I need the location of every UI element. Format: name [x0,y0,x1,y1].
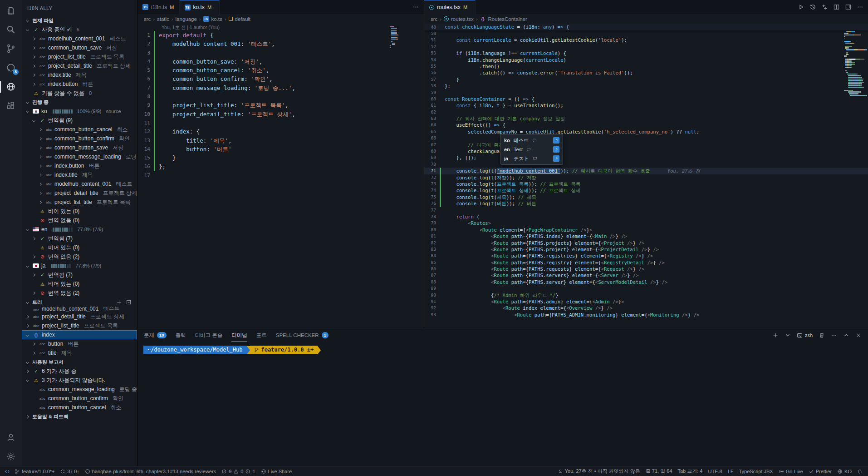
code-line-54[interactable]: 54 i18n.changeLanguage(currentLocale) [424,57,868,63]
code-line-60[interactable]: 60const RoutesContainer = () => { [424,96,868,102]
code-line-2[interactable]: 2 modelhub_content_001: '테스트', [137,40,424,48]
code-line-86[interactable]: 86 <Route path={PATHS.requests} element=… [424,266,868,272]
tree-item-번역됨 (7)[interactable]: ✓번역됨 (7) [22,270,137,279]
code-line-78[interactable]: 78 return ( [424,213,868,220]
panel-tab-SPELL CHECKER[interactable]: SPELL CHECKER1 [276,328,329,342]
code-line-15[interactable]: 15 } [137,154,424,162]
status-indentation[interactable]: Tab 크기: 4 [675,466,705,476]
code-editor-ko-ts[interactable]: You, 1초 전 | 1 author (You) 1export defau… [137,24,424,328]
status-eol[interactable]: LF [725,466,736,476]
tree-item-project_list_title[interactable]: abcproject_list_title프로젝트 목록 [22,321,137,330]
tree-item-ja[interactable]: ja77.8% (7/9) [22,261,137,270]
tree-item-modelhub_content_001[interactable]: abcmodelhub_content_001테스트 [22,34,137,43]
breadcrumb-ko.ts[interactable]: ko.ts [211,16,222,22]
tree-item-비어 있는 (0)[interactable]: ⚠비어 있는 (0) [22,207,137,216]
tree-item-번역됨 (7)[interactable]: ✓번역됨 (7) [22,234,137,243]
code-line-13[interactable]: 13 title: '제목', [137,136,424,145]
code-line-81[interactable]: 81 <Route path={PATHS.index} element={<M… [424,233,868,239]
code-line-50[interactable]: 50 [424,30,868,37]
tree-item-project_list_title[interactable]: abcproject_list_title프로젝트 목록 [22,198,137,207]
panel-tab-출력[interactable]: 출력 [176,328,186,342]
activity-item-extensions[interactable] [0,96,22,115]
code-line-76[interactable]: 76 console.log(t(버튼)); // 버튼 [424,200,868,207]
code-line-87[interactable]: 87 <Route path={PATHS.servers} element={… [424,272,868,278]
status-github-pr[interactable]: hanghae-plus/front_6th_chapter3-1#13 nee… [82,466,219,476]
plus-icon[interactable] [116,299,122,305]
code-line-58[interactable]: 58}; [424,83,868,89]
status-git-blame[interactable]: You, 27초 전 • 아직 커밋되지 않음 [555,466,643,476]
tree-item-common_button_save[interactable]: abccommon_button_save저장 [22,43,137,52]
code-line-92[interactable]: 92 <Route index element={<Overview />} /… [424,305,868,311]
code-line-75[interactable]: 75 console.log(t(제목)); // 제목 [424,194,868,200]
code-line-82[interactable]: 82 <Route path={PATHS.projects} element=… [424,240,868,246]
code-line-90[interactable]: 90 {/* Admin 하위 라우트 */} [424,292,868,298]
code-line-89[interactable]: 89 [424,285,868,292]
breadcrumb-src[interactable]: src [144,16,151,22]
code-editor-routes-tsx[interactable]: 48const checkLanguageState = (i18n: any)… [424,24,868,328]
status-problems[interactable]: 901 [219,466,258,476]
tree-item-common_message_loading[interactable]: abccommon_message_loading로딩 중... [22,385,137,394]
tree-item-common_message_loading[interactable]: abccommon_message_loading로딩 중... [22,152,137,161]
tree-item-common_button_cancel[interactable]: abccommon_button_cancel취소 [22,403,137,412]
code-line-12[interactable]: 12 index: { [137,127,424,136]
code-line-80[interactable]: 80 <Route element={<PageWrapContainer />… [424,227,868,233]
tree-item-project_detail_title[interactable]: abcproject_detail_title프로젝트 상세 [22,312,137,321]
history-icon[interactable] [809,4,816,10]
tree-item-번역 없음 (2)[interactable]: ⊘번역 없음 (2) [22,288,137,298]
code-line-64[interactable]: 64 useEffect(() => { [424,122,868,128]
speech-icon[interactable] [526,147,531,152]
tree-item-button[interactable]: abcbutton버튼 [22,339,137,348]
section-header-도움말 & 피드백[interactable]: 도움말 & 피드백 [22,412,137,421]
status-cursor-position[interactable]: 줄 71, 열 64 [643,466,675,476]
chevdown-icon[interactable] [785,332,791,338]
breadcrumb-RoutesContainer[interactable]: RoutesContainer [488,16,527,22]
open-key-icon[interactable] [553,155,559,162]
activity-item-i18n-ally[interactable] [0,77,22,96]
breadcrumbs[interactable]: src›routes.tsx›RoutesContainer [424,14,868,24]
code-line-68[interactable]: 68 checkLangua [424,148,868,154]
tree-item-키를 찾을 수 없음[interactable]: ⚠키를 찾을 수 없음0 [22,89,137,98]
tree-item-common_button_save[interactable]: abccommon_button_save저장 [22,143,137,152]
tree-item-번역 없음 (2)[interactable]: ⊘번역 없음 (2) [22,252,137,261]
section-header-현재 파일[interactable]: 현재 파일 [22,16,137,25]
code-line-59[interactable]: 59 [424,89,868,96]
activity-item-explorer[interactable] [0,1,22,20]
code-line-61[interactable]: 61 const { i18n, t } = useTranslation(); [424,102,868,109]
code-line-85[interactable]: 85 <Route path={PATHS.registry} element=… [424,259,868,266]
code-line-7[interactable]: 7 common_message_loading: '로딩 중...', [137,84,424,92]
tab-ko.ts[interactable]: ko.tsM [180,0,220,14]
code-line-83[interactable]: 83 <Route path={PATHS.project} element={… [424,246,868,253]
code-line-77[interactable]: 77 [424,207,868,213]
compare-icon[interactable] [821,4,828,10]
activity-item-accounts[interactable] [0,428,22,447]
panel-tab-디버그 콘솔[interactable]: 디버그 콘솔 [195,328,223,342]
tree-item-사용 중인 키[interactable]: ✓사용 중인 키6 [22,25,137,34]
breadcrumb-default[interactable]: default [235,16,251,22]
breadcrumb-language[interactable]: language [176,16,197,22]
panel-tab-터미널[interactable]: 터미널 [231,328,247,342]
more-icon[interactable] [831,332,837,338]
breadcrumb-routes.tsx[interactable]: routes.tsx [451,16,474,22]
split-icon[interactable] [833,4,840,10]
tree-item-project_detail_title[interactable]: abcproject_detail_title프로젝트 상세 [22,188,137,198]
code-line-65[interactable]: 65 selectedCompanyNo = cookieUtil.getLat… [424,129,868,135]
breadcrumbs[interactable]: src›static›language›ko.ts›default [137,14,424,24]
tree-item-project_detail_title[interactable]: abcproject_detail_title프로젝트 상세 [22,61,137,70]
chevup-icon[interactable] [843,332,849,338]
code-line-3[interactable]: 3 [137,49,424,57]
speech-icon[interactable] [532,138,537,143]
code-line-16[interactable]: 16}; [137,162,424,171]
code-line-5[interactable]: 5 common_button_cancel: '취소', [137,66,424,74]
tree-item-index.title[interactable]: abcindex.title제목 [22,170,137,179]
code-line-69[interactable]: 69 }, []); [424,154,868,161]
speech-icon[interactable] [533,156,537,161]
tree-item-en[interactable]: en77.8% (7/9) [22,225,137,234]
code-line-63[interactable]: 63 // 회사 선택에 대한 기본 company 정보 설정 [424,115,868,122]
status-notifications[interactable] [854,466,865,476]
tab-routes.tsx[interactable]: routes.tsxM [424,0,476,14]
activity-item-settings[interactable] [0,447,22,466]
breadcrumb-static[interactable]: static [157,16,169,22]
code-line-8[interactable]: 8 [137,92,424,101]
tree-item-modelhub_content_001[interactable]: abcmodelhub_content_001테스트 [22,307,137,312]
status-encoding[interactable]: UTF-8 [705,466,725,476]
